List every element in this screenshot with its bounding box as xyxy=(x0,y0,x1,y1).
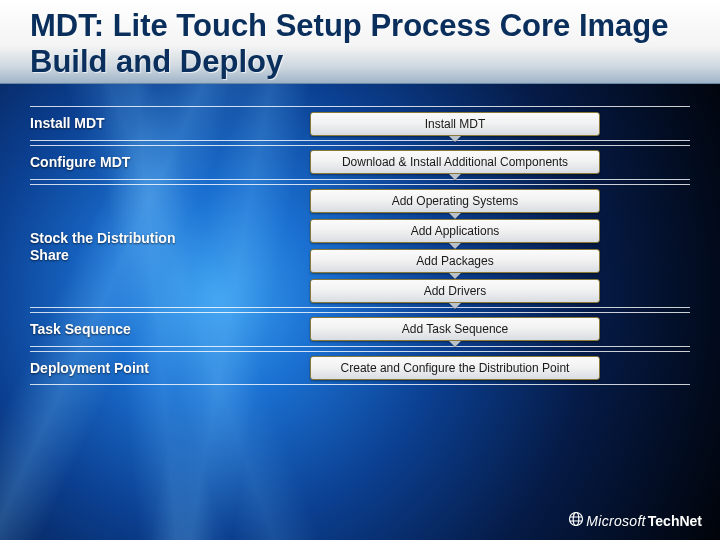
slide: MDT: Lite Touch Setup Process Core Image… xyxy=(0,0,720,540)
svg-point-0 xyxy=(570,513,583,526)
step-download-components: Download & Install Additional Components xyxy=(310,150,600,174)
content-area: Install MDT Install MDT Configure MDT Do… xyxy=(0,84,720,385)
row-task-sequence: Task Sequence Add Task Sequence xyxy=(30,312,690,347)
title-area: MDT: Lite Touch Setup Process Core Image… xyxy=(0,0,720,84)
row-steps-deploy: Create and Configure the Distribution Po… xyxy=(220,352,690,384)
step-add-packages: Add Packages xyxy=(310,249,600,273)
slide-title: MDT: Lite Touch Setup Process Core Image… xyxy=(30,8,690,79)
step-install-mdt: Install MDT xyxy=(310,112,600,136)
row-label-stock: Stock the Distribution Share xyxy=(30,185,220,307)
row-steps-task: Add Task Sequence xyxy=(220,313,690,345)
step-add-os: Add Operating Systems xyxy=(310,189,600,213)
step-add-drivers: Add Drivers xyxy=(310,279,600,303)
footer-brand-right: TechNet xyxy=(648,513,702,529)
row-install: Install MDT Install MDT xyxy=(30,106,690,141)
row-steps-stock: Add Operating Systems Add Applications A… xyxy=(220,185,690,307)
svg-point-1 xyxy=(573,513,579,526)
row-deployment-point: Deployment Point Create and Configure th… xyxy=(30,351,690,386)
globe-icon xyxy=(568,511,584,530)
row-configure: Configure MDT Download & Install Additio… xyxy=(30,145,690,180)
row-stock: Stock the Distribution Share Add Operati… xyxy=(30,184,690,308)
row-label-deploy: Deployment Point xyxy=(30,352,220,385)
step-add-apps: Add Applications xyxy=(310,219,600,243)
step-add-task-sequence: Add Task Sequence xyxy=(310,317,600,341)
footer-brand-left: Microsoft xyxy=(586,513,646,529)
footer-brand: Microsoft TechNet xyxy=(568,511,702,530)
row-label-configure: Configure MDT xyxy=(30,146,220,179)
row-label-install: Install MDT xyxy=(30,107,220,140)
row-label-task: Task Sequence xyxy=(30,313,220,346)
step-create-distribution-point: Create and Configure the Distribution Po… xyxy=(310,356,600,380)
row-steps-configure: Download & Install Additional Components xyxy=(220,146,690,178)
row-steps-install: Install MDT xyxy=(220,108,690,140)
